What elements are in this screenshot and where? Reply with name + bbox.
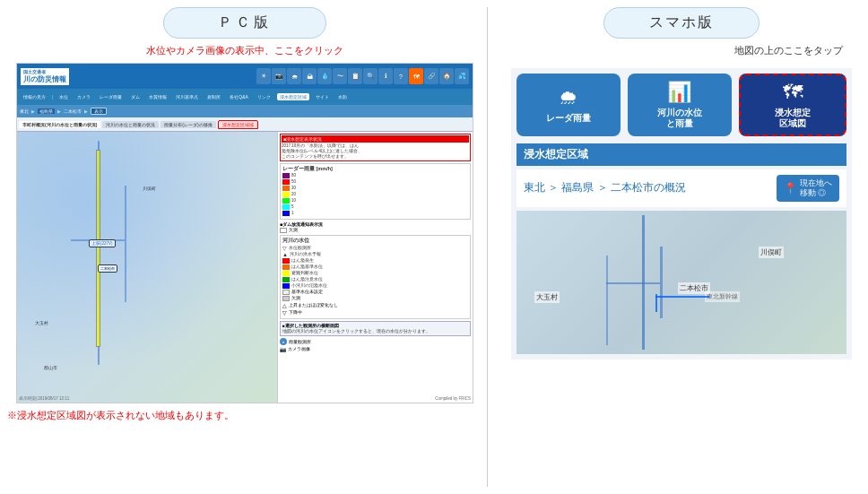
rain-label-10: 10: [291, 198, 296, 203]
water-falling-label: 下降中: [289, 310, 302, 315]
sp-section-title: 浸水想定区域: [516, 143, 846, 166]
icon-rain[interactable]: 🌧: [287, 68, 301, 84]
rain-item-5: 5: [282, 204, 468, 210]
sp-flood-button[interactable]: 🗺 浸水想定 区域図: [739, 74, 846, 136]
rain-legend: レーダー雨量 [mm/h] 80 50 30: [280, 163, 471, 220]
compiled-by: Compiled by FRICS: [435, 396, 471, 401]
sub-nav-site2: サイト: [313, 93, 332, 100]
sp-map-kawamata: 川俣町: [759, 247, 784, 258]
info-panel: ■浸水想定表示状況 2017.10月の「水防法」以降では、はん濫危険水位(レベル…: [277, 132, 473, 403]
icon-water2[interactable]: 💦: [455, 68, 469, 84]
icon-search[interactable]: 🔍: [363, 68, 378, 84]
rain-color-20: [282, 192, 290, 197]
sp-ui: 🌧 レーダ雨量 📊 河川の水位 と雨量 🗺 浸水想定 区域図 浸水想定区域: [511, 68, 852, 360]
camera-obs-label: カメラ画像: [288, 347, 310, 351]
sp-gps-label: 現在地へ 移動 ◎: [800, 178, 832, 198]
sp-gps-button[interactable]: 📍 現在地へ 移動 ◎: [777, 175, 839, 202]
icon-site[interactable]: 🏠: [439, 68, 454, 84]
tab-overview[interactable]: 市町村概況(河川の水位と雨量の状況): [19, 121, 100, 128]
annotation-area: 水位やカメラ画像の表示中、ここをクリック: [16, 44, 473, 61]
cross-section-panel: ■選択した観測所の横断面図 地図の河川の水位アイコンをクリックすると、現在の水位…: [280, 321, 471, 337]
map-yellow-route: [96, 150, 100, 347]
flood-color-small: [282, 283, 290, 289]
pc-note: ※浸水想定区域図が表示されない地域もあります。: [7, 409, 234, 422]
icon-weather[interactable]: ☀: [256, 68, 271, 84]
icon-dam[interactable]: 🏔: [302, 68, 317, 84]
icon-help[interactable]: ?: [394, 68, 408, 84]
cross-section-title: ■選択した観測所の横断面図: [282, 324, 468, 328]
sp-river-label: 河川の水位 と雨量: [657, 108, 702, 129]
sub-nav-control: 規制所: [204, 93, 223, 100]
sp-river-vert2: [606, 256, 608, 345]
rain-label-50: 50: [291, 179, 296, 184]
icon-info[interactable]: ℹ: [378, 68, 393, 84]
rain-label-30: 30: [291, 186, 296, 190]
tab-water[interactable]: 河川の水位と雨量の状況: [102, 121, 159, 128]
sp-flood-label: 浸水想定 区域図: [775, 108, 811, 129]
icon-manage[interactable]: 📋: [348, 68, 362, 84]
river-legend-title: 河川の水位: [282, 238, 468, 244]
flood-area-header: ■浸水想定表示状況 2017.10月の「水防法」以降では、はん濫危険水位(レベル…: [280, 134, 471, 161]
sub-nav-flood2[interactable]: 浸水想定区域: [277, 93, 309, 100]
rain-item-50: 50: [282, 179, 468, 185]
sp-river-button[interactable]: 📊 河川の水位 と雨量: [628, 74, 732, 136]
cross-section-text: 地図の河川の水位アイコンをクリックすると、現在の水位が分かります。: [282, 329, 468, 334]
sp-title-button[interactable]: スマホ版: [603, 7, 760, 39]
tab-flood[interactable]: 浸水想定区域域: [218, 120, 258, 129]
sp-radar-button[interactable]: 🌧 レーダ雨量: [516, 74, 621, 136]
tab-radar[interactable]: 雨量分布(レーダ)の移推: [161, 121, 215, 128]
rain-item-1: 1: [282, 211, 468, 216]
sp-blue-river-v: [655, 294, 657, 312]
rain-color-5: [282, 204, 290, 210]
base-color-unknown: [282, 296, 290, 301]
flood-evacuate: 避難判断水位: [282, 271, 468, 276]
sub-nav-qa: 各社Q&A: [227, 93, 251, 100]
icon-link[interactable]: 🔗: [424, 68, 438, 84]
rain-label-5: 5: [291, 204, 294, 209]
rain-item-80: 80: [282, 173, 468, 178]
rain-label-80: 80: [291, 173, 296, 178]
river-forecast-label: 河川の洪水予報: [290, 252, 321, 256]
location-fukushima[interactable]: 福島県: [38, 108, 55, 114]
flood-danger: はん濫基準水位: [282, 264, 468, 270]
display-button[interactable]: 表示: [91, 108, 107, 115]
river-forecast-icon: ▲: [282, 252, 288, 257]
map-area: 上荻(227V) 二本松市 大玉村 郡山市 川俣町 三春町 田村市 5km: [17, 132, 277, 403]
rain-color-50: [282, 179, 290, 185]
rain-legend-title: レーダー雨量 [mm/h]: [282, 166, 468, 172]
map-marker-nihonmatsu: 二本松市: [98, 264, 117, 273]
icon-water[interactable]: 💧: [317, 68, 332, 84]
rain-color-10: [282, 198, 290, 204]
river-obs: ▽ 水位観測所: [282, 245, 468, 251]
location-tohoku[interactable]: 東北: [20, 108, 29, 114]
section-divider: [487, 7, 488, 487]
sub-nav-radar: レーダ雨量: [97, 93, 125, 100]
flood-color-gen: [282, 258, 290, 264]
sp-location-text: 東北 ＞ 福島県 ＞ 二本松市の概況: [524, 180, 769, 195]
pc-main-content: 上荻(227V) 二本松市 大玉村 郡山市 川俣町 三春町 田村市 5km: [17, 132, 473, 403]
map-marker-kamiogi: 上荻(227V): [89, 239, 116, 247]
flood-color-caution: [282, 277, 290, 282]
rain-label-20: 20: [291, 192, 296, 196]
sub-nav-cam: カメラ: [74, 93, 93, 100]
river-obs-icon: ▽: [282, 245, 287, 251]
rain-item-10: 10: [282, 198, 468, 204]
sp-blue-river: [655, 296, 709, 298]
water-rising-icon: △: [282, 302, 287, 308]
sp-river-icon: 📊: [667, 81, 691, 104]
icon-flood-active[interactable]: 🗺: [409, 68, 423, 84]
loc-arrow3: ▶: [84, 108, 88, 114]
dam-label-unknown: 欠測: [289, 228, 298, 232]
flood-status-title: ■浸水想定表示状況: [282, 135, 469, 143]
sub-nav-water3: 水防: [335, 93, 350, 100]
sp-annotation-container: 地図の上のここをタップ: [501, 44, 861, 63]
pc-title-button[interactable]: ＰＣ版: [163, 7, 326, 39]
icon-cam[interactable]: 📷: [272, 68, 286, 84]
location-nihonmatsu[interactable]: 二本松市: [64, 108, 82, 114]
rain-item-30: 30: [282, 186, 468, 191]
sub-nav-dam: ダム: [128, 93, 143, 100]
loc-arrow2: ▶: [57, 108, 61, 114]
icon-river[interactable]: 〜: [333, 68, 347, 84]
sp-map-otama: 大玉村: [534, 291, 560, 303]
rain-obs-row: ● 雨量観測所: [280, 338, 471, 345]
